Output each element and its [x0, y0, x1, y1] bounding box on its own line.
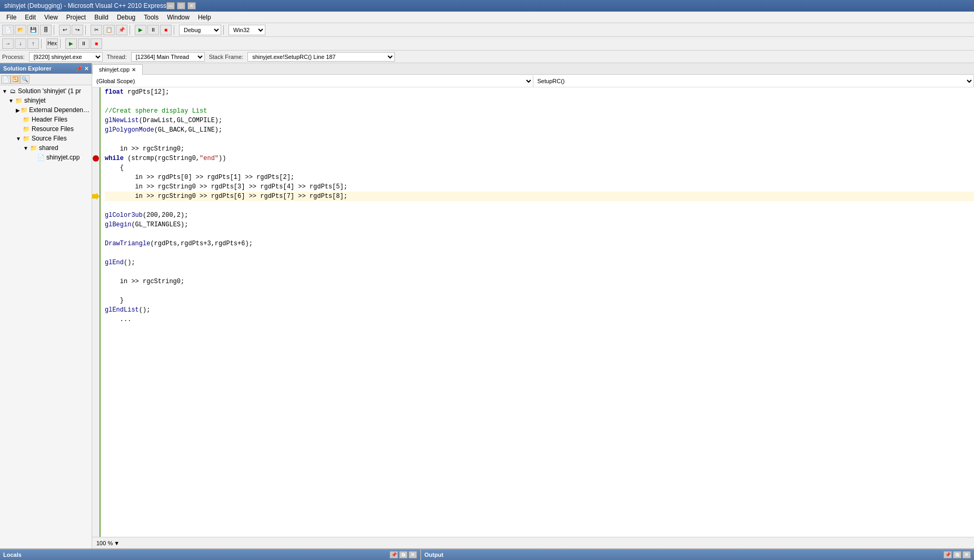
output-close[interactable]: ✕: [962, 551, 971, 558]
output-float[interactable]: ⧉: [953, 551, 961, 558]
scope-right-dropdown[interactable]: SetupRC(): [533, 75, 975, 87]
stack-label: Stack Frame:: [209, 54, 243, 60]
tb-hex[interactable]: Hex: [46, 38, 58, 49]
bp-empty-5: [92, 125, 100, 135]
tree-solution[interactable]: ▼ 🗂 Solution 'shinyjet' (1 pr: [0, 86, 92, 96]
tb-start[interactable]: ▶: [135, 25, 146, 35]
bp-empty-7: [92, 144, 100, 154]
code-line-20: [105, 267, 974, 277]
locals-title: Locals: [3, 552, 22, 558]
tb-save[interactable]: 💾: [27, 25, 39, 35]
solution-explorer: Solution Explorer 📌 ✕ 📄 🔁 🔍 ▼ 🗂 Solution…: [0, 63, 92, 548]
se-tb2[interactable]: 🔁: [11, 75, 20, 84]
tab-shinyjet-cpp[interactable]: shinyjet.cpp ✕: [92, 64, 143, 75]
menu-debug[interactable]: Debug: [113, 13, 140, 22]
sep5: [223, 25, 226, 35]
output-panel: Output 📌 ⧉ ✕ Show output from: Debug 🗑 📋…: [421, 549, 974, 560]
close-button[interactable]: ✕: [187, 2, 196, 9]
tree-label-source: Source Files: [32, 135, 67, 142]
process-bar: Process: [9220] shinyjet.exe Thread: [12…: [0, 51, 974, 63]
code-area[interactable]: float rgdPts[12]; //Creat sphere display…: [101, 87, 974, 537]
menu-help[interactable]: Help: [194, 13, 215, 22]
locals-header: Locals 📌 ⧉ ✕: [0, 549, 420, 560]
code-line-13: [105, 201, 974, 211]
se-header: Solution Explorer 📌 ✕: [0, 63, 92, 74]
tb-continue[interactable]: ▶: [65, 38, 77, 49]
code-container: float rgdPts[12]; //Creat sphere display…: [92, 87, 974, 537]
tree-label-solution: Solution 'shinyjet' (1 pr: [18, 87, 81, 95]
tree-arrow-shared: ▼: [22, 145, 29, 151]
se-tb1[interactable]: 📄: [1, 75, 11, 84]
menu-window[interactable]: Window: [163, 13, 194, 22]
shared-icon: 📁: [29, 144, 38, 152]
scope-left-dropdown[interactable]: (Global Scope): [92, 75, 533, 87]
se-pin[interactable]: 📌: [76, 66, 82, 72]
toolbar-1: 📄 📂 💾 🗄 ↩ ↪ ✂ 📋 📌 ▶ ⏸ ■ Debug Win32: [0, 23, 974, 37]
tab-close-btn[interactable]: ✕: [132, 67, 136, 73]
locals-close[interactable]: ✕: [409, 551, 417, 558]
output-pin[interactable]: 📌: [943, 551, 952, 558]
menu-project[interactable]: Project: [62, 13, 90, 22]
tb-saveall[interactable]: 🗄: [40, 25, 52, 35]
config-dropdown[interactable]: Debug: [179, 25, 221, 35]
locals-float[interactable]: ⧉: [399, 551, 408, 558]
tree-arrow-extdeps: ▶: [15, 107, 21, 113]
project-icon: 📁: [15, 96, 23, 105]
code-line-21: in >> rgcString0;: [105, 277, 974, 286]
sep3: [130, 25, 133, 35]
menu-view[interactable]: View: [40, 13, 62, 22]
tree-shared[interactable]: ▼ 📁 shared: [0, 143, 92, 153]
menu-tools[interactable]: Tools: [140, 13, 163, 22]
bp-breakpoint-row: [92, 154, 100, 163]
platform-dropdown[interactable]: Win32: [228, 25, 265, 35]
se-close[interactable]: ✕: [84, 66, 88, 72]
tb-open[interactable]: 📂: [15, 25, 26, 35]
se-tree: ▼ 🗂 Solution 'shinyjet' (1 pr ▼ 📁 shinyj…: [0, 85, 92, 548]
tb-undo[interactable]: ↩: [59, 25, 71, 35]
output-header: Output 📌 ⧉ ✕: [421, 549, 974, 560]
thread-dropdown[interactable]: [12364] Main Thread: [131, 52, 205, 62]
tb-copy[interactable]: 📋: [103, 25, 115, 35]
tb-step-out[interactable]: ↑: [27, 38, 39, 49]
stack-dropdown[interactable]: shinyjet.exe!SetupRC() Line 187: [247, 52, 395, 62]
tb-stopdbg[interactable]: ■: [91, 38, 102, 49]
se-toolbar: 📄 🔁 🔍: [0, 74, 92, 85]
zoom-label: 100 %: [96, 540, 113, 546]
tree-project[interactable]: ▼ 📁 shinyjet: [0, 96, 92, 105]
maximize-button[interactable]: □: [177, 2, 185, 9]
code-line-4: glNewList(DrawList,GL_COMPILE);: [105, 116, 974, 125]
bp-empty-2: [92, 97, 100, 106]
cpp-icon: 📄: [37, 153, 45, 162]
tree-label-header: Header Files: [32, 116, 67, 123]
tb-step-into[interactable]: ↓: [15, 38, 26, 49]
tree-shinyjet-cpp[interactable]: 📄 shinyjet.cpp: [0, 153, 92, 162]
tb-brk[interactable]: ⏸: [78, 38, 90, 49]
tree-source-files[interactable]: ▼ 📁 Source Files: [0, 134, 92, 143]
tb-cut[interactable]: ✂: [91, 25, 102, 35]
tb-stop[interactable]: ■: [160, 25, 172, 35]
bp-empty-1: [92, 87, 100, 97]
menu-build[interactable]: Build: [90, 13, 113, 22]
tb-step-over[interactable]: →: [2, 38, 14, 49]
sep1: [54, 25, 57, 35]
zoom-dropdown-arrow[interactable]: ▼: [114, 540, 120, 546]
minimize-button[interactable]: —: [166, 2, 175, 9]
menu-edit[interactable]: Edit: [21, 13, 40, 22]
breakpoint-column: [92, 87, 101, 537]
bp-empty-4: [92, 116, 100, 125]
locals-pin[interactable]: 📌: [390, 551, 398, 558]
header-icon: 📁: [22, 115, 31, 124]
tb-new[interactable]: 📄: [2, 25, 14, 35]
tb-paste[interactable]: 📌: [116, 25, 127, 35]
sep4: [174, 25, 177, 35]
process-dropdown[interactable]: [9220] shinyjet.exe: [29, 52, 103, 62]
tree-external-deps[interactable]: ▶ 📁 External Dependen…: [0, 105, 92, 115]
code-line-10: in >> rgdPts[0] >> rgdPts[1] >> rgdPts[2…: [105, 173, 974, 182]
tree-header-files[interactable]: 📁 Header Files: [0, 115, 92, 124]
tb-redo[interactable]: ↪: [72, 25, 83, 35]
bp-empty-9: [92, 163, 100, 173]
tree-resource-files[interactable]: 📁 Resource Files: [0, 124, 92, 134]
tb-pause[interactable]: ⏸: [147, 25, 159, 35]
se-tb3[interactable]: 🔍: [20, 75, 29, 84]
menu-file[interactable]: File: [2, 13, 21, 22]
